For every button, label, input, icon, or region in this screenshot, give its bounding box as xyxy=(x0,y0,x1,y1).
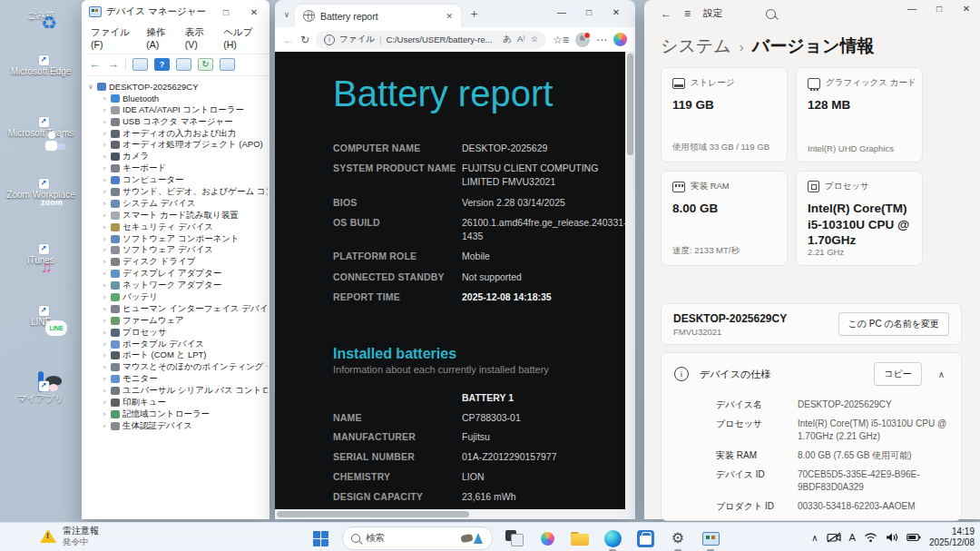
tree-item[interactable]: ›モニター xyxy=(85,373,268,385)
device-spec-header[interactable]: i デバイスの仕様 コピー ∧ xyxy=(662,353,961,393)
tree-item[interactable]: ›IDE ATA/ATAPI コントローラー xyxy=(85,104,268,116)
copilot-icon[interactable] xyxy=(613,33,627,46)
tree-item[interactable]: ›ヒューマン インターフェイス デバイス xyxy=(85,303,268,315)
horizontal-scrollbar[interactable] xyxy=(275,509,625,519)
expand-chevron-icon[interactable]: › xyxy=(101,305,108,313)
tree-item[interactable]: ›オーディオ処理オブジェクト (APO) xyxy=(85,139,268,151)
properties-icon[interactable] xyxy=(176,58,191,71)
desktop-icon-zoom[interactable]: Zoom Workplace xyxy=(5,187,76,200)
hamburger-menu-icon[interactable]: ≡ xyxy=(684,7,691,20)
tree-item[interactable]: ›ソフトウェア デバイス xyxy=(85,244,268,256)
tree-item[interactable]: ›USB コネクタ マネージャー xyxy=(85,116,268,128)
minimize-button[interactable]: — xyxy=(548,4,575,22)
expand-chevron-icon[interactable]: › xyxy=(101,329,108,337)
taskbar-clock[interactable]: 14:19 2025/12/08 xyxy=(929,526,975,548)
spec-card[interactable]: 実装 RAM8.00 GB速度: 2133 MT/秒 xyxy=(661,171,788,266)
back-icon[interactable]: ← xyxy=(89,59,101,70)
tree-item[interactable]: ›キーボード xyxy=(85,162,268,174)
menu-item[interactable]: 表示(V) xyxy=(185,26,213,50)
expand-chevron-icon[interactable]: › xyxy=(101,118,108,126)
spec-card[interactable]: ストレージ119 GB使用領域 33 GB / 119 GB xyxy=(661,67,788,162)
expand-chevron-icon[interactable]: › xyxy=(101,106,108,114)
rename-pc-button[interactable]: この PC の名前を変更 xyxy=(838,312,949,336)
maximize-button[interactable]: □ xyxy=(575,4,603,22)
desktop-icon-recycle[interactable]: ごみ箱 xyxy=(5,7,76,20)
favorites-icon[interactable]: ☆≡ xyxy=(553,34,569,46)
menu-item[interactable]: ファイル(F) xyxy=(91,26,135,50)
tree-item[interactable]: ›コンピューター xyxy=(85,174,268,186)
expand-chevron-icon[interactable]: › xyxy=(101,141,108,149)
device-manager-titlebar[interactable]: デバイス マネージャー □ ✕ xyxy=(82,0,270,24)
bookmark-star-icon[interactable]: ☆ xyxy=(531,34,539,45)
microsoft-store-button[interactable] xyxy=(634,527,656,549)
taskbar-weather-widget[interactable]: 雷注意報 発令中 xyxy=(40,526,99,546)
settings-button[interactable]: ⚙ xyxy=(667,527,689,549)
start-button[interactable] xyxy=(309,527,331,549)
menu-item[interactable]: ヘルプ(H) xyxy=(223,26,260,50)
tree-item[interactable]: ›マウスとそのほかのポインティング デバイス xyxy=(85,361,268,373)
profile-avatar[interactable] xyxy=(575,33,590,47)
expand-chevron-icon[interactable]: › xyxy=(101,410,108,418)
device-manager-button[interactable] xyxy=(700,527,721,549)
tray-chevron-icon[interactable]: ∧ xyxy=(811,533,818,543)
expand-chevron-icon[interactable]: › xyxy=(101,130,108,138)
scan-hardware-changes-icon[interactable]: ↻ xyxy=(198,58,213,71)
address-bar[interactable]: i ファイル | C:/Users/USER/battery-re... あ A… xyxy=(316,31,546,49)
expand-chevron-icon[interactable]: › xyxy=(101,94,108,103)
tree-item[interactable]: ›バッテリ xyxy=(85,291,268,303)
tree-item[interactable]: ›ファームウェア xyxy=(85,315,268,327)
close-button[interactable]: ✕ xyxy=(242,3,266,21)
expand-chevron-icon[interactable]: › xyxy=(101,317,108,325)
maximize-button[interactable]: □ xyxy=(214,3,238,21)
expand-chevron-icon[interactable]: › xyxy=(101,176,108,184)
expand-chevron-icon[interactable]: › xyxy=(101,188,108,196)
tree-item[interactable]: ›記憶域コントローラー xyxy=(85,408,268,420)
browser-tab[interactable]: Battery report ✕ xyxy=(295,5,461,27)
ime-mode-indicator[interactable]: A xyxy=(849,532,856,543)
tree-item[interactable]: ›プロセッサ xyxy=(85,327,268,339)
refresh-icon[interactable]: ↻ xyxy=(300,34,309,46)
spec-card[interactable]: プロセッサIntel(R) Core(TM) i5-10310U CPU @ 1… xyxy=(796,171,923,266)
tree-item[interactable]: ›ネットワーク アダプター xyxy=(85,280,268,291)
expand-chevron-icon[interactable]: › xyxy=(101,375,108,383)
scrollbar-thumb[interactable] xyxy=(627,54,633,155)
volume-icon[interactable] xyxy=(886,532,898,543)
desktop-icon-teams[interactable]: Microsoft Teams xyxy=(5,125,76,138)
expand-chevron-icon[interactable]: › xyxy=(101,258,108,266)
taskbar-search-box[interactable]: 検索 xyxy=(342,526,493,550)
tree-item[interactable]: ›ユニバーサル シリアル バス コントローラー xyxy=(85,385,268,397)
tree-item[interactable]: ›ソフトウェア コンポーネント xyxy=(85,233,268,245)
tree-item[interactable]: ›オーディオの入力および出力 xyxy=(85,128,268,140)
battery-icon[interactable] xyxy=(906,533,921,542)
tree-item[interactable]: ›カメラ xyxy=(85,151,268,162)
expand-chevron-icon[interactable]: › xyxy=(101,164,108,172)
tree-item[interactable]: ›システム デバイス xyxy=(85,198,268,210)
more-menu-icon[interactable]: ⋯ xyxy=(596,34,607,46)
tree-item[interactable]: ›Bluetooth xyxy=(85,93,268,104)
tree-root-node[interactable]: ∨DESKTOP-2025629CY xyxy=(85,81,268,93)
tree-item[interactable]: ›セキュリティ デバイス xyxy=(85,221,268,233)
expand-chevron-icon[interactable]: › xyxy=(101,153,108,161)
chevron-up-icon[interactable]: ∧ xyxy=(933,369,950,379)
expand-chevron-icon[interactable]: › xyxy=(101,281,108,290)
expand-chevron-icon[interactable]: › xyxy=(101,246,108,254)
translate-icon[interactable]: あ xyxy=(503,34,512,45)
tree-item[interactable]: ›サウンド、ビデオ、およびゲーム コントローラー xyxy=(85,186,268,198)
back-icon[interactable]: ← xyxy=(661,7,671,20)
expand-chevron-icon[interactable]: › xyxy=(101,398,108,407)
desktop-icon-edge[interactable]: Microsoft Edge xyxy=(5,64,76,76)
close-button[interactable]: ✕ xyxy=(603,4,630,22)
camera-off-icon[interactable] xyxy=(827,532,841,543)
page-info-icon[interactable]: i xyxy=(324,34,335,45)
copilot-button[interactable] xyxy=(536,527,558,549)
tree-item[interactable]: ›ポータブル デバイス xyxy=(85,339,268,350)
expand-chevron-icon[interactable]: › xyxy=(101,422,108,430)
tab-close-icon[interactable]: ✕ xyxy=(443,10,456,23)
expand-chevron-icon[interactable]: › xyxy=(101,235,108,243)
expand-chevron-icon[interactable]: › xyxy=(101,387,108,395)
close-button[interactable]: ✕ xyxy=(953,0,980,18)
tree-item[interactable]: ›ディスプレイ アダプター xyxy=(85,268,268,280)
forward-icon[interactable]: → xyxy=(107,59,119,70)
tree-item[interactable]: ›印刷キュー xyxy=(85,397,268,408)
breadcrumb-system[interactable]: システム xyxy=(661,34,731,58)
